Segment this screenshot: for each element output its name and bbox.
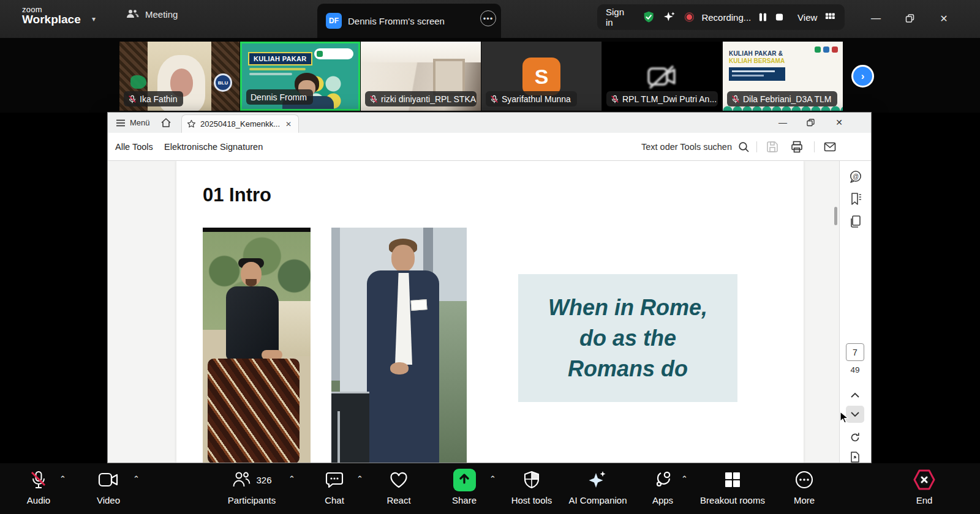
search-tools-button[interactable]: Text oder Tools suchen	[641, 133, 750, 161]
acrobat-restore-button[interactable]	[802, 114, 819, 130]
stop-recording-icon[interactable]	[775, 12, 784, 22]
photo2-name-tag	[410, 299, 427, 311]
vertical-scrollbar-thumb[interactable]	[834, 207, 837, 225]
search-icon	[738, 141, 750, 153]
participant-name: rizki diniyanti_RPL STKA	[381, 94, 476, 104]
avatar-letter: S	[522, 58, 560, 95]
mic-muted-icon	[490, 95, 499, 103]
workspace-chevron-down-icon[interactable]: ▾	[92, 15, 96, 23]
tab-meeting[interactable]: Meeting	[126, 9, 178, 20]
end-label: End	[916, 495, 933, 505]
video-options-chevron[interactable]: ⌃	[133, 474, 140, 483]
pdf-content-area[interactable]: 01 Intro	[108, 161, 839, 463]
breakout-rooms-icon	[723, 471, 742, 489]
star-icon[interactable]	[187, 119, 196, 128]
acrobat-document-tab[interactable]: 20250418_Kemenkk... ✕	[181, 114, 299, 133]
quote-box: When in Rome, do as the Romans do	[518, 274, 737, 402]
save-icon[interactable]	[766, 140, 779, 154]
window-minimize-button[interactable]: —	[867, 10, 885, 27]
logo-text-workplace: Workplace	[22, 13, 81, 26]
video-tile-rpl-tlm[interactable]: RPL TLM_Dwi Putri An...	[602, 42, 722, 111]
page-total-label: 49	[840, 365, 870, 374]
video-tile-rizki[interactable]: rizki diniyanti_RPL STKA	[361, 42, 481, 111]
tile6-slide-infobox	[729, 67, 785, 81]
hamburger-icon	[116, 119, 126, 127]
mail-icon[interactable]	[823, 140, 837, 154]
participant-name-badge: RPL TLM_Dwi Putri An...	[606, 91, 718, 106]
participants-icon	[232, 471, 251, 489]
pause-recording-icon[interactable]	[758, 12, 767, 23]
view-button-label[interactable]: View	[797, 12, 817, 23]
tab-shared-screen[interactable]: DF Dennis Fromm's screen	[317, 4, 501, 38]
tile6-slide-title1: KULIAH PAKAR &	[729, 50, 783, 57]
participant-name-badge: Syarifathul Munna	[486, 91, 577, 106]
photo-business-suit	[331, 228, 467, 463]
window-close-button[interactable]: ✕	[935, 10, 953, 27]
previous-page-button[interactable]	[846, 386, 864, 403]
ai-sparkle-icon[interactable]	[663, 10, 676, 24]
svg-text:@: @	[853, 173, 859, 180]
video-label: Video	[97, 495, 120, 505]
video-tile-syarifathul[interactable]: S Syarifathul Munna	[481, 42, 601, 111]
tile1-logo-blu: BLU	[214, 73, 232, 92]
participants-count: 326	[256, 475, 271, 485]
apps-icon	[654, 471, 672, 489]
video-tile-dennis-fromm[interactable]: KULIAH PAKAR Dennis Fromm	[240, 42, 360, 111]
comments-icon[interactable]: @	[848, 169, 863, 184]
audio-button[interactable]: Audio	[0, 468, 78, 505]
participant-name: RPL TLM_Dwi Putri An...	[622, 94, 717, 104]
participants-label: Participants	[228, 495, 276, 505]
video-tile-dila[interactable]: KULIAH PAKAR & KULIAH BERSAMA Dila Febri…	[723, 42, 843, 111]
participants-button[interactable]: 326 Participants	[212, 468, 292, 505]
participant-name: Dila Febriani_D3A TLM	[743, 94, 831, 104]
end-meeting-button[interactable]: End	[884, 468, 964, 505]
photo1-top-border	[203, 228, 311, 232]
photo-traditional-attire	[203, 228, 311, 463]
participants-video-strip: BLU Ika Fathin KULIAH PAKAR Dennis Fromm…	[0, 38, 980, 113]
audio-options-chevron[interactable]: ⌃	[59, 474, 66, 483]
tab-meeting-label: Meeting	[145, 9, 178, 20]
zoom-control-bar: Audio ⌃ Video ⌃ 326 Participants ⌃ Chat …	[0, 463, 980, 514]
acrobat-home-button[interactable]	[160, 113, 172, 133]
search-label: Text oder Tools suchen	[641, 142, 732, 152]
participant-name-badge: Dennis Fromm	[246, 89, 313, 105]
meeting-status-pill: Sign in Recording... View	[597, 4, 845, 30]
next-participants-page-button[interactable]: ›	[851, 65, 874, 88]
pages-icon[interactable]	[848, 214, 863, 229]
participant-name-badge: Ika Fathin	[124, 91, 183, 106]
print-icon[interactable]	[790, 140, 804, 154]
menu-alle-tools[interactable]: Alle Tools	[115, 133, 153, 161]
sign-in-button[interactable]: Sign in	[606, 7, 632, 28]
camera-off-icon	[645, 62, 679, 91]
mic-muted-icon	[369, 95, 378, 103]
breakout-rooms-label: Breakout rooms	[700, 495, 765, 505]
apps-label: Apps	[652, 495, 673, 505]
react-label: React	[386, 495, 410, 505]
mic-muted-icon	[731, 95, 740, 103]
view-grid-icon[interactable]	[824, 11, 836, 23]
acrobat-menu-button[interactable]: Menü	[116, 113, 150, 133]
window-restore-button[interactable]	[900, 10, 919, 27]
tab-more-options-icon[interactable]: •••	[480, 10, 496, 26]
ai-companion-label: AI Companion	[568, 495, 627, 505]
chat-label: Chat	[325, 495, 344, 505]
page-number-input[interactable]: 7	[846, 343, 864, 361]
rotate-page-button[interactable]	[846, 429, 864, 446]
video-tile-ika-fathin[interactable]: BLU Ika Fathin	[119, 42, 239, 111]
mic-muted-icon	[29, 470, 48, 490]
home-icon	[160, 117, 172, 128]
menu-elektronische-signaturen[interactable]: Elektronische Signaturen	[164, 133, 263, 161]
bookmarks-icon[interactable]	[848, 192, 863, 206]
toolbar-divider	[756, 141, 757, 152]
photo2-head	[391, 245, 415, 272]
more-button[interactable]: More	[764, 468, 844, 505]
document-tab-close-icon[interactable]: ✕	[285, 120, 292, 128]
acrobat-minimize-button[interactable]: —	[774, 114, 791, 130]
security-shield-icon[interactable]	[642, 10, 655, 24]
breakout-rooms-button[interactable]: Breakout rooms	[693, 468, 772, 505]
slide-heading: 01 Intro	[203, 184, 271, 206]
acrobat-menu-label: Menü	[130, 118, 150, 127]
apps-options-chevron[interactable]: ⌃	[681, 474, 688, 483]
apps-button[interactable]: Apps	[623, 468, 703, 505]
acrobat-close-button[interactable]: ✕	[831, 114, 848, 130]
